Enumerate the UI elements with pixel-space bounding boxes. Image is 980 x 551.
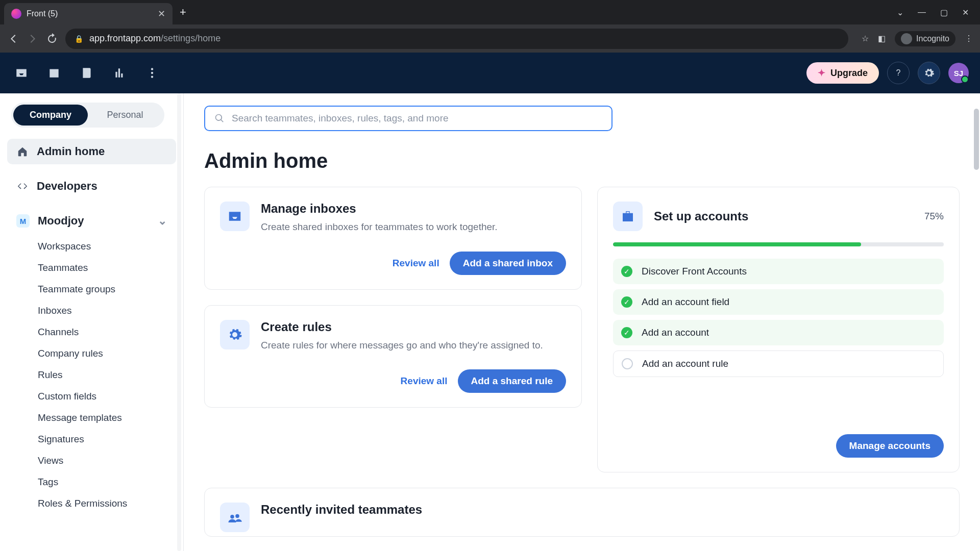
task-item[interactable]: Add an account rule [613, 350, 944, 377]
sidebar-subitem[interactable]: Tags [34, 471, 179, 493]
task-item[interactable]: ✓Discover Front Accounts [613, 259, 944, 284]
browser-menu-icon[interactable]: ⋮ [965, 34, 973, 43]
settings-button[interactable] [918, 62, 940, 84]
back-button[interactable] [7, 33, 19, 45]
new-tab-button[interactable]: + [180, 6, 186, 19]
bookmark-icon[interactable]: ☆ [862, 34, 869, 43]
forward-button [27, 33, 39, 45]
home-icon [16, 145, 29, 158]
circle-icon [622, 358, 633, 369]
sidebar-subitem[interactable]: Channels [34, 321, 179, 343]
progress-percent: 75% [924, 211, 944, 222]
tab-title: Front (5) [27, 9, 153, 18]
gem-icon: ✦ [818, 67, 825, 79]
close-window-icon[interactable]: ✕ [962, 8, 969, 17]
content: Admin home Manage inboxes Create shared … [184, 93, 980, 551]
add-shared-rule-button[interactable]: Add a shared rule [458, 369, 567, 393]
task-label: Discover Front Accounts [642, 266, 747, 277]
upgrade-button[interactable]: ✦ Upgrade [806, 62, 879, 84]
task-label: Add an account [642, 327, 709, 338]
task-label: Add an account field [642, 296, 729, 308]
page-title: Admin home [204, 149, 960, 172]
card-manage-inboxes: Manage inboxes Create shared inboxes for… [204, 187, 582, 290]
sidebar-label: Developers [37, 180, 97, 193]
sidebar-item-admin-home[interactable]: Admin home [7, 139, 176, 164]
progress-fill [613, 242, 861, 246]
minimize-icon[interactable]: ― [918, 8, 926, 17]
extensions-icon[interactable]: ◧ [878, 34, 886, 43]
more-nav-icon[interactable] [142, 63, 162, 83]
manage-accounts-button[interactable]: Manage accounts [836, 434, 944, 458]
address-bar: 🔒 app.frontapp.com/settings/home ☆ ◧ Inc… [0, 24, 980, 53]
card-desc: Create shared inboxes for teammates to w… [261, 220, 498, 234]
task-list: ✓Discover Front Accounts✓Add an account … [613, 259, 944, 382]
incognito-icon [901, 33, 912, 44]
sidebar-label: Admin home [37, 145, 105, 158]
sidebar-subitem[interactable]: Custom fields [34, 386, 179, 407]
browser-chrome: Front (5) ✕ + ⌄ ― ▢ ✕ 🔒 app.frontapp.com… [0, 0, 980, 53]
sidebar-subitem[interactable]: Rules [34, 364, 179, 386]
task-label: Add an account rule [642, 358, 728, 369]
browser-tab-bar: Front (5) ✕ + ⌄ ― ▢ ✕ [0, 0, 980, 24]
tab-personal[interactable]: Personal [88, 105, 162, 126]
svg-point-3 [151, 76, 153, 78]
sidebar-item-workspace[interactable]: M Moodjoy ⌄ [7, 208, 176, 234]
sidebar-subitem[interactable]: Roles & Permissions [34, 493, 179, 514]
add-shared-inbox-button[interactable]: Add a shared inbox [450, 252, 566, 275]
tab-company[interactable]: Company [13, 105, 88, 126]
scrollbar[interactable] [974, 109, 979, 551]
url-text: app.frontapp.com/settings/home [89, 33, 220, 44]
upgrade-label: Upgrade [830, 68, 868, 79]
check-icon: ✓ [621, 296, 632, 308]
task-item[interactable]: ✓Add an account [613, 320, 944, 345]
browser-tab[interactable]: Front (5) ✕ [4, 3, 173, 24]
sidebar-subitem[interactable]: Teammates [34, 257, 179, 279]
search-icon [214, 113, 225, 123]
maximize-icon[interactable]: ▢ [940, 8, 948, 17]
sidebar-subitem[interactable]: Teammate groups [34, 279, 179, 300]
sidebar-subitem[interactable]: Signatures [34, 429, 179, 450]
contacts-nav-icon[interactable] [77, 63, 97, 83]
sidebar-subitem[interactable]: Workspaces [34, 236, 179, 257]
briefcase-icon [613, 202, 643, 231]
task-item[interactable]: ✓Add an account field [613, 289, 944, 315]
card-title: Set up accounts [654, 209, 748, 223]
user-avatar[interactable]: SJ [948, 63, 969, 83]
app-top-bar: 31 ✦ Upgrade ? SJ [0, 53, 980, 93]
search-input[interactable] [232, 113, 602, 124]
sidebar-subitem[interactable]: Views [34, 450, 179, 471]
reload-button[interactable] [46, 33, 58, 45]
svg-point-2 [151, 72, 153, 74]
card-desc: Create rules for where messages go and w… [261, 338, 543, 353]
sidebar-label: Moodjoy [38, 214, 84, 228]
inbox-icon [220, 202, 250, 231]
lock-icon: 🔒 [75, 35, 83, 43]
workspace-badge: M [16, 214, 30, 228]
help-button[interactable]: ? [887, 62, 910, 84]
sidebar-subitem[interactable]: Company rules [34, 343, 179, 364]
review-all-link[interactable]: Review all [393, 258, 439, 269]
inbox-nav-icon[interactable] [11, 63, 32, 83]
window-controls: ⌄ ― ▢ ✕ [897, 8, 976, 17]
incognito-badge: Incognito [895, 31, 955, 46]
url-box[interactable]: 🔒 app.frontapp.com/settings/home [65, 29, 848, 49]
review-all-link[interactable]: Review all [401, 375, 448, 387]
tabs-dropdown-icon[interactable]: ⌄ [897, 8, 903, 17]
sidebar-subitem[interactable]: Inboxes [34, 300, 179, 321]
analytics-nav-icon[interactable] [109, 63, 130, 83]
card-create-rules: Create rules Create rules for where mess… [204, 305, 582, 408]
svg-point-1 [151, 68, 153, 70]
scope-toggle: Company Personal [11, 103, 164, 128]
progress-bar [613, 242, 944, 246]
close-tab-icon[interactable]: ✕ [158, 8, 165, 19]
chevron-down-icon: ⌄ [158, 214, 167, 228]
search-field[interactable] [204, 106, 612, 131]
card-title: Create rules [261, 320, 543, 334]
sidebar-item-developers[interactable]: Developers [7, 173, 176, 199]
sidebar-subitem[interactable]: Message templates [34, 407, 179, 429]
card-recent-teammates: Recently invited teammates [204, 488, 960, 537]
main-area: Company Personal Admin home Developers M… [0, 93, 980, 551]
workspace-subitems: WorkspacesTeammatesTeammate groupsInboxe… [34, 236, 179, 514]
svg-text:31: 31 [52, 72, 57, 78]
calendar-nav-icon[interactable]: 31 [44, 63, 64, 83]
